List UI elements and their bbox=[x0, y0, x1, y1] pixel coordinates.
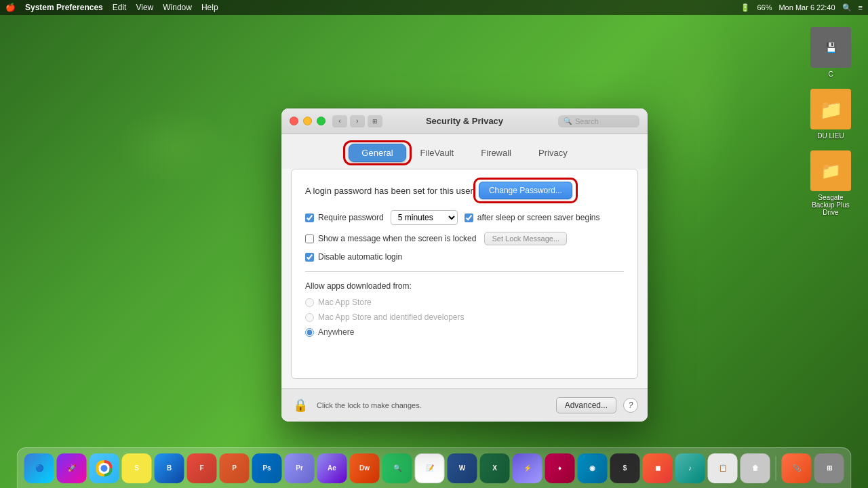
advanced-button[interactable]: Advanced... bbox=[556, 397, 616, 413]
radio-mac-app-store-input[interactable] bbox=[305, 298, 314, 307]
close-button[interactable] bbox=[290, 117, 298, 125]
battery-icon: 🔋 bbox=[741, 3, 750, 12]
window-content: General FileVault Firewall Privacy A log… bbox=[281, 134, 648, 422]
dock-trash[interactable]: 🗑 bbox=[741, 453, 770, 483]
password-row: A login password has been set for this u… bbox=[305, 182, 624, 199]
security-privacy-window: ‹ › ⊞ Security & Privacy 🔍 General FileV… bbox=[281, 108, 648, 422]
change-password-button[interactable]: Change Password... bbox=[479, 182, 572, 199]
show-message-checkbox[interactable] bbox=[305, 235, 314, 243]
dock-app24[interactable]: 📎 bbox=[782, 453, 812, 483]
disable-autologin-row: Disable automatic login bbox=[305, 252, 624, 262]
menu-view[interactable]: View bbox=[136, 3, 153, 12]
list-icon[interactable]: ≡ bbox=[859, 3, 863, 12]
search-icon: 🔍 bbox=[564, 117, 572, 125]
dock-excel[interactable]: X bbox=[480, 453, 510, 483]
clock: Mon Mar 6 22:40 bbox=[778, 3, 835, 12]
apple-menu[interactable]: 🍎 bbox=[5, 3, 16, 12]
help-button[interactable]: ? bbox=[623, 398, 638, 413]
tab-firewall[interactable]: Firewall bbox=[468, 144, 524, 162]
change-password-wrapper: Change Password... bbox=[479, 182, 572, 199]
window-nav: ‹ › ⊞ bbox=[332, 115, 382, 127]
dock-app25[interactable]: ⊞ bbox=[814, 453, 844, 483]
allow-apps-title: Allow apps downloaded from: bbox=[305, 281, 624, 291]
dock-terminal[interactable]: $ bbox=[610, 453, 640, 483]
dock-launchpad[interactable]: 🚀 bbox=[57, 453, 87, 483]
dock-ae[interactable]: Ae bbox=[317, 453, 347, 483]
radio-mac-app-store-label: Mac App Store bbox=[318, 298, 372, 307]
window-title: Security & Privacy bbox=[426, 116, 503, 126]
dock-app3[interactable]: S bbox=[122, 453, 152, 483]
tab-privacy[interactable]: Privacy bbox=[526, 144, 580, 162]
dock-search[interactable]: 🔍 bbox=[382, 453, 412, 483]
disable-autologin-label: Disable automatic login bbox=[318, 252, 402, 262]
dock-app17[interactable]: ♦ bbox=[545, 453, 575, 483]
radio-anywhere-label: Anywhere bbox=[318, 327, 354, 337]
dock-app21[interactable]: ♪ bbox=[675, 453, 705, 483]
svg-point-1 bbox=[101, 465, 108, 472]
lock-button[interactable]: 🔒 bbox=[291, 396, 310, 415]
search-input[interactable] bbox=[575, 117, 629, 125]
tab-filevault[interactable]: FileVault bbox=[408, 144, 467, 162]
dock-dw[interactable]: Dw bbox=[350, 453, 380, 483]
desktop-icon-hdd-c[interactable]: 💾 C bbox=[810, 27, 851, 78]
dock: 🔵 🚀 S B F P Ps Pr Ae Dw 🔍 📝 W X ⚡ ♦ ◉ $ … bbox=[17, 447, 852, 488]
radio-mac-app-developers-input[interactable] bbox=[305, 313, 314, 322]
search-icon[interactable]: 🔍 bbox=[842, 3, 852, 12]
window-controls bbox=[290, 117, 326, 125]
dock-app16[interactable]: ⚡ bbox=[513, 453, 542, 483]
radio-anywhere-input[interactable] bbox=[305, 328, 314, 337]
battery-level: 66% bbox=[757, 3, 772, 12]
show-message-label: Show a message when the screen is locked bbox=[318, 234, 476, 243]
dock-app20[interactable]: ◼ bbox=[643, 453, 673, 483]
dock-app22[interactable]: 📋 bbox=[708, 453, 738, 483]
after-sleep-label: after sleep or screen saver begins bbox=[477, 213, 600, 222]
disable-autologin-checkbox[interactable] bbox=[305, 253, 314, 262]
dock-app4[interactable]: B bbox=[155, 453, 184, 483]
desktop-icon-dulieu[interactable]: 📁 DU LIEU bbox=[810, 89, 851, 140]
dock-finder[interactable]: 🔵 bbox=[24, 453, 54, 483]
radio-mac-app-developers-label: Mac App Store and identified developers bbox=[318, 312, 464, 322]
set-lock-message-button[interactable]: Set Lock Message... bbox=[484, 232, 567, 245]
require-password-label: Require password bbox=[318, 213, 384, 222]
search-box[interactable]: 🔍 bbox=[558, 115, 639, 127]
bottom-bar: 🔒 Click the lock to make changes. Advanc… bbox=[281, 388, 648, 422]
dock-separator bbox=[776, 456, 776, 481]
content-area: A login password has been set for this u… bbox=[291, 169, 638, 379]
back-button[interactable]: ‹ bbox=[332, 115, 347, 127]
desktop-icon-seagate[interactable]: 📁 Seagate Backup Plus Drive bbox=[807, 150, 854, 216]
menu-help[interactable]: Help bbox=[201, 3, 218, 12]
minimize-button[interactable] bbox=[303, 117, 312, 125]
dock-pr[interactable]: Pr bbox=[285, 453, 315, 483]
password-set-text: A login password has been set for this u… bbox=[305, 186, 473, 196]
show-message-row: Show a message when the screen is locked… bbox=[305, 232, 624, 245]
window-titlebar: ‹ › ⊞ Security & Privacy 🔍 bbox=[281, 108, 648, 134]
lock-text: Click the lock to make changes. bbox=[317, 401, 549, 409]
divider bbox=[305, 271, 624, 272]
radio-mac-app-store-developers: Mac App Store and identified developers bbox=[305, 312, 624, 322]
tabs-bar: General FileVault Firewall Privacy bbox=[281, 134, 648, 169]
desktop: 🍎 System Preferences Edit View Window He… bbox=[0, 0, 868, 488]
all-preferences-button[interactable]: ⊞ bbox=[368, 115, 382, 127]
dock-textedit[interactable]: 📝 bbox=[415, 453, 445, 483]
forward-button[interactable]: › bbox=[350, 115, 365, 127]
menu-window[interactable]: Window bbox=[163, 3, 192, 12]
app-name[interactable]: System Preferences bbox=[25, 3, 103, 12]
require-password-check2[interactable] bbox=[465, 214, 473, 222]
dock-app18[interactable]: ◉ bbox=[578, 453, 608, 483]
maximize-button[interactable] bbox=[317, 117, 326, 125]
dock-word[interactable]: W bbox=[448, 453, 477, 483]
require-password-row: Require password 5 minutes immediately 1… bbox=[305, 210, 624, 225]
menubar: 🍎 System Preferences Edit View Window He… bbox=[0, 0, 868, 15]
tab-general[interactable]: General bbox=[349, 144, 406, 162]
dock-chrome[interactable] bbox=[90, 453, 119, 483]
desktop-icons-container: 💾 C 📁 DU LIEU 📁 Seagate Backup Plus Driv… bbox=[807, 27, 854, 216]
radio-anywhere: Anywhere bbox=[305, 327, 624, 337]
menu-edit[interactable]: Edit bbox=[113, 3, 127, 12]
dock-app6[interactable]: P bbox=[220, 453, 250, 483]
dock-app5[interactable]: F bbox=[187, 453, 217, 483]
password-interval-dropdown[interactable]: 5 minutes immediately 1 minute bbox=[391, 210, 458, 225]
radio-mac-app-store: Mac App Store bbox=[305, 298, 624, 307]
require-password-checkbox[interactable] bbox=[305, 214, 314, 222]
dock-ps[interactable]: Ps bbox=[252, 453, 282, 483]
